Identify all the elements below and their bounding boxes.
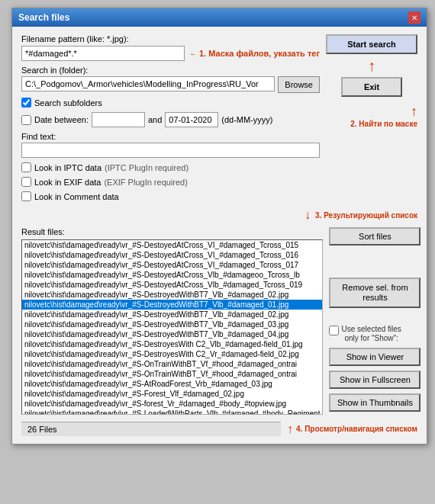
folder-row: Search in (folder): Browse (21, 66, 320, 93)
folder-label: Search in (folder): (21, 66, 88, 75)
find-text-input[interactable] (21, 143, 320, 158)
remove-sel-button[interactable]: Remove sel. from results (329, 278, 420, 308)
annotation4-text: 4. Просмотр/навигация списком (296, 425, 417, 433)
list-item[interactable]: nilovetc\hist\damaged\ready\vr_#S-OnTrai… (22, 359, 322, 369)
filename-annotation: 1. Маска файлов, указать тег (199, 49, 320, 58)
iptc-row: Look in IPTC data (IPTC PlugIn required) (21, 162, 320, 172)
list-item[interactable]: nilovetc\hist\damaged\ready\vr_#S-Destro… (22, 339, 322, 349)
list-item[interactable]: nilovetc\hist\damaged\ready\vr_#S-forest… (22, 399, 322, 409)
filename-row: Filename pattern (like: *.jpg): ← 1. Мас… (21, 34, 320, 61)
exif-row: Look in EXIF data (EXIF PlugIn required) (21, 177, 320, 187)
comment-row: Look in Comment data (21, 191, 320, 201)
exit-button[interactable]: Exit (341, 77, 402, 97)
close-button[interactable]: ✕ (408, 11, 420, 24)
folder-input[interactable] (21, 76, 275, 91)
date-row: Date between: and (dd-MM-yyyy) (21, 112, 320, 127)
date-and-label: and (148, 115, 162, 124)
list-item[interactable]: nilovetc\hist\damaged\ready\vr_#S-Loaded… (22, 409, 322, 415)
list-item[interactable]: nilovetc\hist\damaged\ready\vr_#S-Destro… (22, 290, 322, 300)
status-bar: 26 Files (21, 422, 281, 436)
results-area: Result files: nilovetc\hist\damaged\read… (21, 227, 417, 415)
use-selected-checkbox[interactable] (329, 326, 339, 335)
iptc-checkbox[interactable] (21, 162, 31, 172)
list-item[interactable]: nilovetc\hist\damaged\ready\vr_#S-Forest… (22, 389, 322, 399)
list-item[interactable]: nilovetc\hist\damaged\ready\vr_#S-AtRoad… (22, 379, 322, 389)
date-to-input[interactable] (165, 112, 218, 127)
comment-label: Look in Comment data (34, 192, 119, 201)
exif-note: (EXIF PlugIn required) (104, 178, 187, 187)
right-panel: Start search ↑ Exit ↑ 2. Найти по маске (326, 34, 417, 128)
window-title: Search files (18, 12, 69, 23)
browse-button[interactable]: Browse (278, 76, 320, 93)
search-files-window: Search files ✕ Filename pattern (like: *… (11, 8, 427, 445)
date-from-input[interactable] (92, 112, 145, 127)
show-fullscreen-button[interactable]: Show in Fullscreen (329, 371, 420, 389)
filename-label: Filename pattern (like: *.jpg): (21, 34, 129, 43)
subfolders-checkbox[interactable] (21, 98, 31, 108)
form-area: Filename pattern (like: *.jpg): ← 1. Мас… (21, 34, 320, 201)
annotation2-area: ↑ 2. Найти по маске (326, 104, 417, 128)
date-label: Date between: (34, 115, 89, 124)
annotation3-row: ↓ 3. Результирующий список (21, 208, 417, 222)
list-item[interactable]: nilovetc\hist\damaged\ready\vr_#S-Destoy… (22, 250, 322, 260)
list-item[interactable]: nilovetc\hist\damaged\ready\vr_#S-Destro… (22, 349, 322, 359)
show-viewer-button[interactable]: Show in Viewer (329, 348, 420, 366)
result-list[interactable]: nilovetc\hist\damaged\ready\vr_#S-Destoy… (21, 239, 323, 415)
find-text-row: Find text: (21, 132, 320, 158)
start-search-button[interactable]: Start search (326, 34, 417, 54)
filename-input[interactable] (21, 46, 185, 61)
sort-files-button[interactable]: Sort files (329, 227, 420, 246)
titlebar: Search files ✕ (12, 8, 427, 27)
list-item[interactable]: nilovetc\hist\damaged\ready\vr_#S-Destro… (22, 319, 322, 329)
result-files-label: Result files: (21, 227, 323, 236)
side-buttons: Sort files Remove sel. from results Use … (329, 227, 420, 415)
date-format-label: (dd-MM-yyyy) (221, 115, 272, 124)
statusbar-area: 26 Files ↑ 4. Просмотр/навигация списком (21, 422, 417, 436)
iptc-note: (IPTC PlugIn required) (105, 163, 188, 172)
use-selected-label: Use selected filesonly for "Show": (341, 325, 401, 343)
annotation2-text: 2. Найти по маске (326, 120, 417, 128)
find-text-label: Find text: (21, 132, 56, 141)
subfolders-row: Search subfolders (21, 98, 320, 108)
arrow-down-1: ↑ (326, 58, 417, 73)
show-thumbnails-button[interactable]: Show in Thumbnails (329, 393, 420, 412)
comment-checkbox[interactable] (21, 191, 31, 201)
file-count: 26 Files (27, 425, 57, 434)
annotation3-text: 3. Результирующий список (315, 211, 417, 220)
iptc-label: Look in IPTC data (34, 163, 102, 172)
list-item[interactable]: nilovetc\hist\damaged\ready\vr_#S-Destoy… (22, 270, 322, 280)
result-list-area: Result files: nilovetc\hist\damaged\read… (21, 227, 323, 415)
exif-checkbox[interactable] (21, 177, 31, 187)
list-item[interactable]: nilovetc\hist\damaged\ready\vr_#S-Destro… (22, 329, 322, 339)
list-item[interactable]: nilovetc\hist\damaged\ready\vr_#S-Destro… (22, 300, 322, 310)
list-item[interactable]: nilovetc\hist\damaged\ready\vr_#S-Destoy… (22, 280, 322, 290)
subfolders-label: Search subfolders (34, 98, 102, 108)
exif-label: Look in EXIF data (34, 178, 101, 187)
annotation4-area: ↑ 4. Просмотр/навигация списком (287, 422, 417, 436)
list-item[interactable]: nilovetc\hist\damaged\ready\vr_#S-Destoy… (22, 260, 322, 270)
list-item[interactable]: nilovetc\hist\damaged\ready\vr_#S-Destoy… (22, 240, 322, 250)
list-item[interactable]: nilovetc\hist\damaged\ready\vr_#S-OnTrai… (22, 369, 322, 379)
use-selected-row: Use selected filesonly for "Show": (329, 325, 420, 343)
date-checkbox[interactable] (21, 115, 31, 125)
list-item[interactable]: nilovetc\hist\damaged\ready\vr_#S-Destro… (22, 310, 322, 319)
